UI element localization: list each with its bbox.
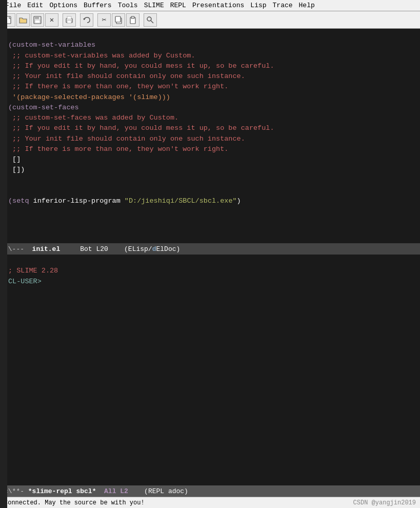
modeline-bot: Bot L20 [80, 245, 108, 253]
paste-button[interactable] [126, 13, 139, 27]
repl-modeline-prefix: c\**- [4, 487, 28, 495]
modeline-dashes: -\--- [4, 245, 32, 253]
menu-repl[interactable]: REPL [167, 1, 189, 10]
menu-trace[interactable]: Trace [270, 1, 296, 10]
cut-button[interactable]: ✂ [97, 13, 111, 27]
svg-rect-6 [67, 16, 71, 19]
menu-edit[interactable]: Edit [24, 1, 46, 10]
editor-pane-init: (custom-set-variables ;; custom-set-vari… [0, 29, 420, 243]
modeline-mode-open: (ELisp/ [124, 245, 152, 253]
menu-help[interactable]: Help [296, 1, 318, 10]
undo-button[interactable] [80, 13, 93, 27]
toolbar: ✕ ✂ [0, 11, 420, 29]
repl-modeline-filename: *slime-repl sbcl* [28, 487, 96, 495]
svg-point-11 [147, 17, 151, 21]
svg-rect-2 [35, 16, 39, 19]
repl-modeline-spacer2 [128, 487, 144, 495]
search-button[interactable] [144, 13, 157, 27]
repl-content[interactable]: ; SLIME 2.28 CL-USER> [0, 255, 420, 485]
repl-modeline-mode: (REPL adoc) [144, 487, 188, 495]
menu-lisp[interactable]: Lisp [247, 1, 269, 10]
repl-left-margin [0, 255, 7, 485]
save-file-button[interactable] [31, 13, 44, 27]
menu-presentations[interactable]: Presentations [189, 1, 247, 10]
statusbar: Connected. May the source be with you! C… [0, 497, 420, 508]
repl-modeline-position: All L2 [104, 487, 128, 495]
repl-pane: ; SLIME 2.28 CL-USER> [0, 255, 420, 485]
modeline-mode-d: d [152, 245, 156, 253]
copy-button[interactable] [112, 13, 125, 27]
modeline-mode-close: ElDoc) [156, 245, 180, 253]
menubar: File Edit Options Buffers Tools SLIME RE… [0, 0, 420, 11]
svg-rect-10 [131, 16, 134, 18]
modeline-repl: c\**- *slime-repl sbcl* All L2 (REPL ado… [0, 485, 420, 497]
close-button[interactable]: ✕ [45, 13, 58, 27]
menu-options[interactable]: Options [46, 1, 81, 10]
menu-tools[interactable]: Tools [115, 1, 141, 10]
svg-rect-8 [115, 16, 121, 22]
open-file-button[interactable] [16, 13, 30, 27]
svg-rect-5 [67, 21, 71, 23]
status-message: Connected. May the source be with you! [4, 499, 145, 506]
code-content[interactable]: (custom-set-variables ;; custom-set-vari… [0, 29, 420, 243]
modeline-position [60, 245, 80, 253]
watermark: CSDN @yangjin2019 [353, 499, 416, 506]
menu-buffers[interactable]: Buffers [81, 1, 115, 10]
editor-area: (custom-set-variables ;; custom-set-vari… [0, 29, 420, 497]
svg-rect-3 [35, 20, 40, 23]
modeline-spacer [108, 245, 124, 253]
modeline-filename: init.el [32, 245, 61, 253]
modeline-init: -\--- init.el Bot L20 (ELisp/d ElDoc) [0, 243, 420, 255]
repl-modeline-spacer [96, 487, 104, 495]
print-button[interactable] [63, 13, 76, 27]
menu-slime[interactable]: SLIME [141, 1, 167, 10]
